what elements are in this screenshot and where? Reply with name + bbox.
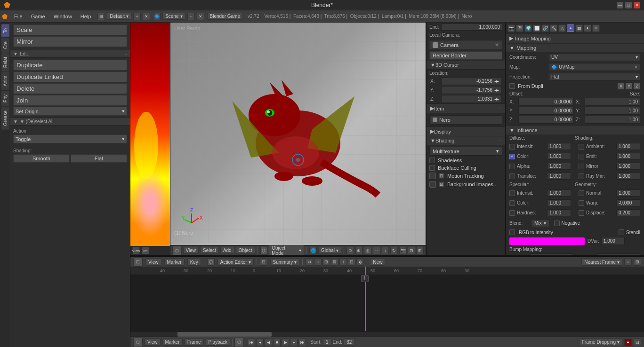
overlay-icon[interactable]: ⊡ <box>408 247 415 254</box>
hardness-check[interactable] <box>509 210 515 216</box>
close-button[interactable]: ✕ <box>634 2 640 8</box>
scrollbar-thumb[interactable] <box>177 332 272 337</box>
tl-view-btn[interactable]: View <box>145 259 161 266</box>
color-check[interactable] <box>509 154 515 159</box>
summary-dropdown[interactable]: Summary ▾ <box>270 259 300 266</box>
global-dropdown[interactable]: Global ▾ <box>318 247 341 254</box>
constraint-prop-icon[interactable]: 🔗 <box>541 24 549 32</box>
duplicate-button[interactable]: Duplicate <box>13 60 127 71</box>
timeline-canvas[interactable]: -40 -30 -20 -10 0 10 20 30 40 50 60 70 8… <box>130 267 644 331</box>
end-value[interactable]: 1,000.000 <box>441 24 502 31</box>
tl-marker-btn[interactable]: Marker <box>164 259 185 266</box>
intensit-value[interactable]: 1.000 <box>547 143 571 150</box>
pb-icon-jump-start[interactable]: ⏮ <box>248 339 255 346</box>
pb-marker-btn[interactable]: Marker <box>162 339 183 346</box>
offset-x-value[interactable]: 0.00000 <box>518 98 574 106</box>
join-button[interactable]: Join <box>13 95 127 106</box>
tl-key-btn[interactable]: Key <box>187 259 201 266</box>
scene-icon[interactable]: 🔷 <box>153 13 161 20</box>
ambient-value[interactable]: 1.000 <box>616 143 640 150</box>
scene-dropdown[interactable]: Scene ▾ <box>162 13 185 20</box>
offset-y-value[interactable]: 0.00000 <box>518 107 574 115</box>
render-prop-icon[interactable]: 📷 <box>507 24 515 32</box>
window-menu[interactable]: Window <box>50 13 76 20</box>
mapping-header[interactable]: ▼ Mapping <box>506 44 644 52</box>
physics-prop-icon[interactable]: ⚛ <box>592 24 600 32</box>
texture-prop-icon[interactable]: ▦ <box>575 24 583 32</box>
workspace-icon[interactable]: ⊞ <box>97 13 105 20</box>
manip3-icon[interactable]: ↻ <box>390 247 398 254</box>
render-border-button[interactable]: Render Border <box>429 51 502 60</box>
from-dupli-checkbox[interactable] <box>509 83 515 89</box>
h-scrollbar[interactable] <box>130 331 644 337</box>
frame-dropping-dropdown[interactable]: Frame Dropping ▾ <box>579 339 622 346</box>
shading-mode-dropdown[interactable]: Multitexture ▾ <box>429 147 502 156</box>
tl-icon4[interactable]: ⊠ <box>331 258 338 266</box>
tl-right1[interactable]: ↔ <box>624 258 632 266</box>
pb-icon-prev[interactable]: ◂ <box>256 339 264 346</box>
bg-checkbox[interactable] <box>429 181 436 188</box>
scene-close[interactable]: ✕ <box>197 13 204 20</box>
specintens-value[interactable]: 1.000 <box>547 189 571 197</box>
toggle-dropdown[interactable]: Toggle ▾ <box>13 134 127 143</box>
workspace-add[interactable]: + <box>133 13 141 20</box>
delete-button[interactable]: Delete <box>13 83 127 94</box>
new-btn[interactable]: New <box>370 259 385 266</box>
file-menu[interactable]: File <box>10 13 26 20</box>
z-value[interactable]: 2.0031 ◂▸ <box>442 95 501 103</box>
pb-icon-play[interactable]: ▶ <box>282 339 289 346</box>
blend-dropdown[interactable]: Mix ▾ <box>531 219 549 227</box>
y-button[interactable]: Y <box>626 83 632 89</box>
maximize-button[interactable]: □ <box>625 2 632 8</box>
end-value-pb[interactable]: 32 <box>344 339 354 346</box>
item-header[interactable]: ▶ Item ··· <box>427 103 505 113</box>
mirror-button[interactable]: Mirror <box>13 36 127 47</box>
select-menu[interactable]: Select <box>200 247 219 254</box>
x-button[interactable]: X <box>618 83 624 89</box>
shadeless-checkbox[interactable] <box>429 158 435 163</box>
vp-view-icon[interactable]: ⬡ <box>172 246 182 255</box>
material-prop-icon[interactable]: ● <box>567 24 574 32</box>
intensit-check[interactable] <box>509 144 515 150</box>
snap2-icon[interactable]: ⊕ <box>355 247 363 254</box>
edit-section[interactable]: ▼ Edit ··· <box>10 50 130 58</box>
pb-rec-icon[interactable]: ● <box>624 339 632 346</box>
displace-value[interactable]: 0.200 <box>616 209 640 216</box>
dvar-value[interactable]: 1.000 <box>601 237 625 245</box>
tab-cre[interactable]: Cre <box>1 38 9 53</box>
influence-header[interactable]: ▼ Influence <box>506 126 644 134</box>
particle-prop-icon[interactable]: ✦ <box>584 24 591 32</box>
add-menu[interactable]: Add <box>220 247 234 254</box>
view-button[interactable]: View <box>132 247 140 254</box>
manip-icon[interactable]: ↔ <box>373 247 380 254</box>
im-button[interactable]: Im <box>142 247 149 254</box>
pb-extra-icon[interactable]: ⊡ <box>634 339 641 346</box>
emit-value[interactable]: 1.000 <box>616 153 640 160</box>
snap-icon[interactable]: ⊙ <box>346 247 354 254</box>
coordinates-dropdown[interactable]: UV ▾ <box>549 53 640 61</box>
manip2-icon[interactable]: ↕ <box>382 247 389 254</box>
tl-right2[interactable]: ⊞ <box>634 258 641 266</box>
normal-value[interactable]: 1.000 <box>616 189 640 197</box>
minimize-button[interactable]: — <box>617 2 623 8</box>
object-menu[interactable]: Object <box>236 247 255 254</box>
help-menu[interactable]: Help <box>77 13 95 20</box>
proj-dropdown[interactable]: Flat ▾ <box>549 73 640 81</box>
engine-dropdown[interactable]: Blender Game <box>207 13 243 20</box>
workspace-close[interactable]: ✕ <box>143 13 150 20</box>
tl-icon7[interactable]: ⬖ <box>356 258 364 266</box>
pb-playback-btn[interactable]: Playback <box>206 339 231 346</box>
tl-icon3[interactable]: ⊞ <box>322 258 330 266</box>
ambient-check[interactable] <box>579 144 584 150</box>
pb-view-btn[interactable]: View <box>145 339 161 346</box>
smooth-button[interactable]: Smooth <box>13 154 70 163</box>
tab-anim[interactable]: Anim <box>1 72 9 90</box>
tab-phy[interactable]: Phy <box>1 91 9 106</box>
gizmo-icon[interactable]: ⊞ <box>416 247 424 254</box>
map-dropdown[interactable]: 🔷 UVMap ✕ <box>549 63 640 71</box>
size-z-value[interactable]: 1.00 <box>585 116 640 124</box>
hardness-value[interactable]: 1.000 <box>547 209 571 216</box>
timeline-view-icon[interactable]: ⊡ <box>133 257 143 267</box>
shading-header[interactable]: ▼ Shading ··· <box>427 136 505 145</box>
map-close[interactable]: ✕ <box>634 64 638 70</box>
